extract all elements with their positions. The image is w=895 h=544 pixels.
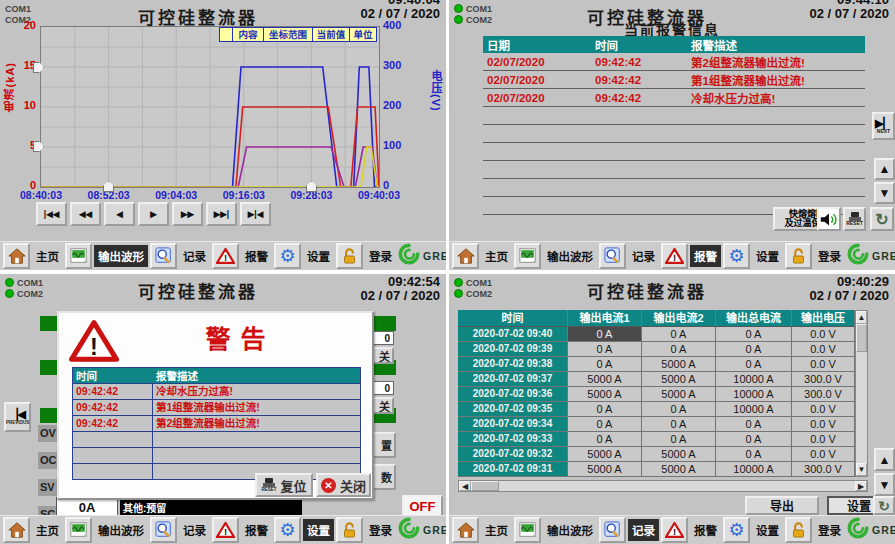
records-cell[interactable]: 5000 A bbox=[642, 357, 716, 372]
records-cell[interactable]: 0.0 V bbox=[792, 432, 855, 447]
reset-button[interactable]: RESET bbox=[843, 207, 866, 231]
nav-item-home[interactable]: 主页 bbox=[32, 519, 63, 541]
export-button[interactable]: 导出 bbox=[745, 496, 819, 515]
magnifier-icon[interactable] bbox=[150, 243, 177, 269]
records-row[interactable]: 2020-07-02 09:325000 A5000 A0 A0.0 V bbox=[458, 447, 855, 462]
nav-item-alarms[interactable]: 报警 bbox=[690, 519, 721, 541]
records-cell[interactable]: 10000 A bbox=[716, 387, 792, 402]
nav-item-waveform[interactable]: 输出波形 bbox=[543, 519, 597, 541]
records-row[interactable]: 2020-07-02 09:400 A0 A0 A0.0 V bbox=[458, 327, 855, 342]
nav-item-login[interactable]: 登录 bbox=[814, 519, 845, 541]
records-cell[interactable]: 0 A bbox=[716, 447, 792, 462]
gear-icon[interactable]: ⚙ bbox=[723, 243, 750, 269]
records-cell[interactable]: 0 A bbox=[642, 417, 716, 432]
records-cell[interactable]: 0 A bbox=[642, 342, 716, 357]
records-cell[interactable]: 0.0 V bbox=[792, 417, 855, 432]
waveform-icon[interactable] bbox=[514, 517, 541, 543]
records-cell[interactable]: 0.0 V bbox=[792, 357, 855, 372]
dialog-close-button[interactable]: ✕ 关闭 bbox=[316, 473, 371, 497]
records-cell[interactable]: 5000 A bbox=[568, 387, 642, 402]
nav-item-login[interactable]: 登录 bbox=[365, 245, 396, 267]
warning-icon[interactable]: ! bbox=[212, 517, 239, 543]
warning-icon[interactable]: ! bbox=[661, 243, 688, 269]
alarm-row[interactable]: 02/07/202009:42:42第2组整流器输出过流! bbox=[483, 53, 865, 71]
records-cell[interactable]: 0 A bbox=[642, 432, 716, 447]
nav-item-home[interactable]: 主页 bbox=[32, 245, 63, 267]
home-icon[interactable] bbox=[3, 517, 30, 543]
records-cell[interactable]: 300.0 V bbox=[792, 462, 855, 477]
records-cell[interactable]: 2020-07-02 09:40 bbox=[458, 327, 568, 342]
nav-item-records[interactable]: 记录 bbox=[179, 245, 210, 267]
records-cell[interactable]: 0.0 V bbox=[792, 342, 855, 357]
nav-item-settings[interactable]: 设置 bbox=[303, 519, 334, 541]
playback-button[interactable]: ▶▶| bbox=[206, 202, 237, 226]
gear-icon[interactable]: ⚙ bbox=[274, 243, 301, 269]
scroll-up-button[interactable]: ▲ bbox=[874, 158, 895, 180]
records-cell[interactable]: 0 A bbox=[568, 417, 642, 432]
records-cell[interactable]: 300.0 V bbox=[792, 387, 855, 402]
records-cell[interactable]: 2020-07-02 09:32 bbox=[458, 447, 568, 462]
records-cell[interactable]: 0 A bbox=[568, 357, 642, 372]
records-cell[interactable]: 0 A bbox=[642, 327, 716, 342]
records-cell[interactable]: 0.0 V bbox=[792, 402, 855, 417]
records-cell[interactable]: 0 A bbox=[716, 327, 792, 342]
records-cell[interactable]: 10000 A bbox=[716, 402, 792, 417]
warning-icon[interactable]: ! bbox=[212, 243, 239, 269]
magnifier-icon[interactable] bbox=[599, 517, 626, 543]
records-cell[interactable]: 300.0 V bbox=[792, 372, 855, 387]
nav-item-waveform[interactable]: 输出波形 bbox=[543, 245, 597, 267]
mute-button[interactable] bbox=[817, 207, 841, 231]
table-hscrollbar[interactable]: ◀ ▶ bbox=[458, 480, 868, 492]
home-icon[interactable] bbox=[3, 243, 30, 269]
playback-button[interactable]: ◀◀ bbox=[70, 202, 101, 226]
records-row[interactable]: 2020-07-02 09:330 A0 A0 A0.0 V bbox=[458, 432, 855, 447]
lock-icon[interactable] bbox=[336, 243, 363, 269]
records-cell[interactable]: 0 A bbox=[716, 417, 792, 432]
records-cell[interactable]: 2020-07-02 09:38 bbox=[458, 357, 568, 372]
nav-item-settings[interactable]: 设置 bbox=[303, 245, 334, 267]
lock-icon[interactable] bbox=[336, 517, 363, 543]
nav-item-login[interactable]: 登录 bbox=[814, 245, 845, 267]
gear-icon[interactable]: ⚙ bbox=[723, 517, 750, 543]
records-cell[interactable]: 5000 A bbox=[642, 447, 716, 462]
previous-page-button[interactable]: ▕◀ PREVIOUS bbox=[4, 402, 31, 432]
nav-item-alarms[interactable]: 报警 bbox=[241, 519, 272, 541]
nav-item-records[interactable]: 记录 bbox=[179, 519, 210, 541]
waveform-icon[interactable] bbox=[65, 517, 92, 543]
home-icon[interactable] bbox=[452, 243, 479, 269]
records-cell[interactable]: 2020-07-02 09:35 bbox=[458, 402, 568, 417]
magnifier-icon[interactable] bbox=[599, 243, 626, 269]
records-cell[interactable]: 0 A bbox=[568, 327, 642, 342]
alarm-row[interactable]: 02/07/202009:42:42冷却水压力过高! bbox=[483, 89, 865, 107]
records-cell[interactable]: 0 A bbox=[716, 342, 792, 357]
records-row[interactable]: 2020-07-02 09:340 A0 A0 A0.0 V bbox=[458, 417, 855, 432]
refresh-button[interactable]: ↻ bbox=[870, 207, 894, 231]
records-cell[interactable]: 5000 A bbox=[642, 462, 716, 477]
waveform-icon[interactable] bbox=[65, 243, 92, 269]
records-row[interactable]: 2020-07-02 09:390 A0 A0 A0.0 V bbox=[458, 342, 855, 357]
records-cell[interactable]: 10000 A bbox=[716, 462, 792, 477]
records-cell[interactable]: 5000 A bbox=[568, 447, 642, 462]
nav-item-home[interactable]: 主页 bbox=[481, 245, 512, 267]
playback-button[interactable]: ▶ bbox=[138, 202, 169, 226]
records-cell[interactable]: 0.0 V bbox=[792, 327, 855, 342]
nav-item-records[interactable]: 记录 bbox=[628, 245, 659, 267]
records-cell[interactable]: 0 A bbox=[716, 432, 792, 447]
nav-item-waveform[interactable]: 输出波形 bbox=[94, 245, 148, 267]
dialog-reset-button[interactable]: RESET 复位 bbox=[255, 473, 313, 497]
nav-item-waveform[interactable]: 输出波形 bbox=[94, 519, 148, 541]
records-cell[interactable]: 0 A bbox=[568, 432, 642, 447]
home-icon[interactable] bbox=[452, 517, 479, 543]
records-cell[interactable]: 5000 A bbox=[568, 462, 642, 477]
records-cell[interactable]: 0 A bbox=[716, 357, 792, 372]
playback-button[interactable]: ▶|◀ bbox=[240, 202, 271, 226]
waveform-icon[interactable] bbox=[514, 243, 541, 269]
scroll-down-button[interactable]: ▼ bbox=[874, 473, 895, 496]
records-cell[interactable]: 2020-07-02 09:39 bbox=[458, 342, 568, 357]
nav-item-settings[interactable]: 设置 bbox=[752, 519, 783, 541]
records-cell[interactable]: 0 A bbox=[568, 342, 642, 357]
records-cell[interactable]: 0 A bbox=[642, 402, 716, 417]
records-cell[interactable]: 10000 A bbox=[716, 372, 792, 387]
magnifier-icon[interactable] bbox=[150, 517, 177, 543]
records-cell[interactable]: 2020-07-02 09:36 bbox=[458, 387, 568, 402]
